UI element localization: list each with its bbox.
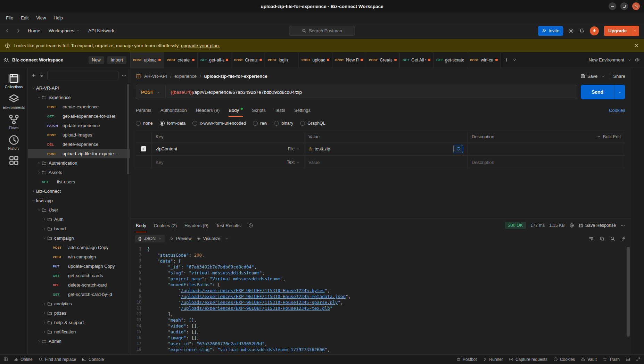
tree-folder-assets[interactable]: Assets (28, 168, 130, 177)
tab-tests[interactable]: Tests (275, 104, 285, 117)
tree-request-get-all-experience-for-user[interactable]: GETget-all-experience-for-user (28, 111, 130, 121)
open-tab-create-vid[interactable]: POSTCreate Vid (366, 52, 400, 68)
response-file-link[interactable]: /uploads/experiences/EXP-9GLUEF/115310-H… (181, 306, 330, 311)
menu-file[interactable]: File (2, 13, 17, 23)
banner-close-icon[interactable] (634, 43, 639, 48)
open-tab-create-me[interactable]: POSTCreate Me (231, 52, 265, 68)
status-badge[interactable]: 200 OK (505, 222, 526, 229)
tree-request-upload-zip-file-for-experie[interactable]: POSTupload-zip-file-for-experie... (28, 149, 130, 158)
description-placeholder-cell[interactable]: Description (468, 156, 625, 169)
minimize-button[interactable] (609, 2, 616, 10)
menu-view[interactable]: View (32, 13, 50, 23)
reselect-file-button[interactable] (453, 145, 463, 153)
tree-request-delete-experience[interactable]: DELdelete-experience (28, 140, 130, 149)
preview-button[interactable]: Preview (170, 236, 191, 241)
open-tab-new-requ[interactable]: POSTNew Requ (332, 52, 366, 68)
statusbar-postbot[interactable]: Postbot (456, 357, 477, 362)
save-options-chevron-icon[interactable] (601, 74, 605, 78)
body-mode-binary[interactable]: binary (274, 121, 293, 126)
visualize-chevron-icon[interactable] (225, 237, 229, 240)
tree-folder-notification[interactable]: notification (28, 327, 130, 337)
key-cell[interactable]: zipContent File (151, 142, 304, 155)
tree-collection-biz-connect[interactable]: Biz-Connect (28, 187, 130, 196)
open-tab-upload-im[interactable]: POSTupload-im (299, 52, 332, 68)
statusbar-vault[interactable]: Vault (581, 357, 596, 362)
tab-headers-9[interactable]: Headers (9) (196, 104, 220, 117)
body-mode-x-www-form-urlencoded[interactable]: x-www-form-urlencoded (192, 121, 246, 126)
cookies-link[interactable]: Cookies (609, 108, 625, 113)
copy-icon[interactable] (600, 236, 604, 241)
upgrade-button[interactable]: Upgrade (604, 26, 639, 36)
row-checkbox[interactable]: ✓ (141, 146, 146, 151)
description-cell[interactable] (468, 142, 625, 155)
statusbar-console[interactable]: Console (82, 357, 104, 362)
open-tab-upload-zi[interactable]: POSTupload-zi (130, 52, 164, 68)
environment-quick-look-icon[interactable] (635, 57, 640, 63)
value-placeholder-cell[interactable]: Value (304, 156, 468, 169)
response-scrollbar[interactable] (627, 247, 630, 337)
close-window-button[interactable] (632, 2, 640, 10)
tree-collection-kiwi-app[interactable]: kiwi-app (28, 196, 130, 205)
tree-request-create-experience[interactable]: POSTcreate-experience (28, 102, 130, 111)
response-format-select[interactable]: {} JSON (135, 235, 165, 242)
response-file-link[interactable]: /uploads/experiences/EXP-9GLUEF/115310-H… (181, 294, 346, 299)
search-response-icon[interactable] (610, 236, 615, 241)
statusbar-online[interactable]: Online (14, 357, 33, 362)
tree-request-get-scratch-card-by-id[interactable]: GETget-scratch-card-by-id (28, 290, 130, 299)
open-tab-get-scratch[interactable]: GETget-scratch (434, 52, 467, 68)
statusbar-gridSmall[interactable] (3, 357, 8, 362)
upgrade-plan-link[interactable]: upgrade your plan. (181, 43, 220, 48)
import-button[interactable]: Import (107, 56, 126, 64)
upgrade-dropdown[interactable] (631, 26, 639, 36)
tree-scrollbar[interactable] (127, 84, 129, 174)
tree-folder-analytics[interactable]: analytics (28, 299, 130, 308)
tree-request-delete-scratch-card[interactable]: DELdelete-scratch-card (28, 280, 130, 290)
url-input[interactable]: {{baseUrl}}/api/v1/experience/67ab3492b7… (166, 90, 307, 95)
response-tab-body[interactable]: Body (136, 218, 146, 232)
tree-folder-experience[interactable]: experience (28, 93, 130, 102)
open-tab-win-camp[interactable]: POSTwin-camp (467, 52, 501, 68)
body-mode-form-data[interactable]: form-data (160, 121, 186, 126)
open-tab-create-ex[interactable]: POSTcreate-ex (164, 52, 198, 68)
tree-folder-auth[interactable]: Auth (28, 215, 130, 224)
statusbar-capture-requests[interactable]: Capture requests (509, 357, 547, 362)
send-button[interactable]: Send (581, 85, 625, 99)
tree-request-upload-images[interactable]: POSTupload-images (28, 130, 130, 140)
rail-history[interactable]: History (0, 134, 27, 152)
invite-button[interactable]: Invite (538, 26, 563, 36)
statusbar-cookies[interactable]: Cookies (553, 357, 575, 362)
globe-icon[interactable] (569, 223, 574, 228)
send-options-button[interactable] (614, 85, 625, 99)
forward-icon[interactable] (16, 28, 21, 33)
menu-edit[interactable]: Edit (17, 13, 32, 23)
type-selector[interactable]: File (288, 147, 300, 151)
statusbar-trash[interactable]: Trash (603, 357, 620, 362)
response-file-link[interactable]: /uploads/experiences/EXP-9GLUEF/115310-H… (181, 288, 325, 293)
sidebar-search-input[interactable] (47, 71, 118, 80)
response-tab-headers-9[interactable]: Headers (9) (184, 218, 208, 232)
tree-request-update-experience[interactable]: PATCHupdate-experience (28, 121, 130, 130)
breadcrumb-item-upload-zip-file-for-experience[interactable]: upload-zip-file-for-experience (204, 74, 267, 79)
key-placeholder-cell[interactable]: Key Text (151, 156, 304, 169)
breadcrumb-item-ar-vr-api[interactable]: AR-VR-API (144, 74, 167, 79)
maximize-button[interactable] (620, 2, 628, 10)
global-search-input[interactable]: Search Postman (289, 26, 355, 36)
menu-help[interactable]: Help (50, 13, 67, 23)
value-cell[interactable]: ⚠ testt.zip (304, 142, 468, 155)
wrap-text-icon[interactable] (589, 236, 594, 241)
new-tab-icon[interactable] (504, 58, 509, 62)
type-selector[interactable]: Text (287, 160, 300, 165)
add-collection-icon[interactable] (31, 73, 36, 78)
nav-home[interactable]: Home (28, 28, 40, 33)
response-file-link[interactable]: /uploads/experiences/EXP-9GLUEF/115310-H… (181, 300, 338, 305)
tree-request-update-campaign-copy[interactable]: PUTupdate-campaign Copy (28, 262, 130, 271)
tree-request-get-scratch-cards[interactable]: GETget-scratch-cards (28, 271, 130, 280)
response-tab-cookies-2[interactable]: Cookies (2) (154, 218, 177, 232)
tree-folder-brand[interactable]: brand (28, 224, 130, 233)
bulk-edit-button[interactable]: Bulk Edit (596, 134, 621, 139)
save-button[interactable]: Save (580, 74, 598, 79)
tree-folder-admin[interactable]: Admin (28, 337, 130, 346)
rail-collections[interactable]: Collections (0, 72, 27, 90)
open-tab-get-all-expe[interactable]: GETget-all-expe (198, 52, 231, 68)
tree-collection-ar-vr-api[interactable]: AR-VR-API (28, 83, 130, 93)
